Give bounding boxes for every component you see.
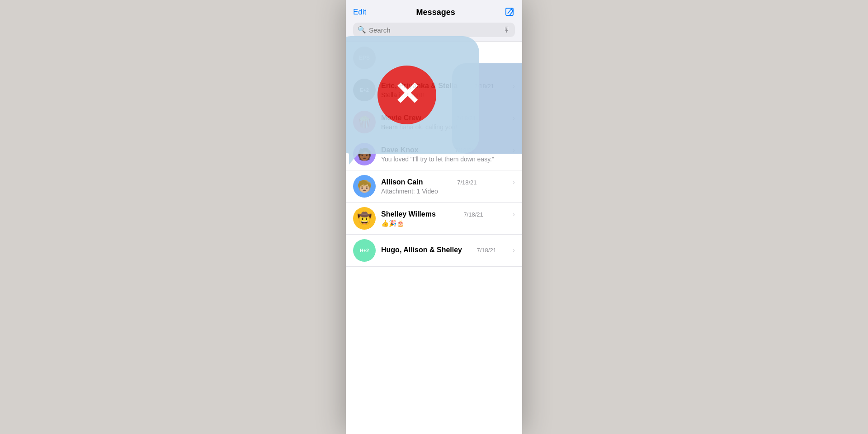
message-date: 7/18/21 xyxy=(455,147,474,154)
avatar: H+2 xyxy=(353,239,376,262)
avatar: E+2 xyxy=(353,79,376,101)
list-item[interactable]: E+2 Eric, Priyanka & Stella 7/18/21 › St… xyxy=(346,74,522,106)
message-top: Allison Cain 7/18/21 › xyxy=(381,178,515,186)
message-preview: Stella just sent! xyxy=(381,91,515,99)
phone-panel: Edit Messages 🔍 🎙 ✕ xyxy=(346,0,522,434)
contact-name: Movie Crew xyxy=(381,114,421,122)
contact-name: Shelley Willems xyxy=(381,210,436,218)
list-item[interactable]: 🍿 Movie Crew 7/18/21 › Beam haha ok, cal… xyxy=(346,106,522,138)
message-top: Shelley Willems 7/18/21 › xyxy=(381,210,515,218)
avatar: 🧑🏾 xyxy=(353,143,376,165)
edit-button[interactable]: Edit xyxy=(353,8,366,17)
preview-sender: Stella xyxy=(381,91,397,99)
avatar: 🍿 xyxy=(353,111,376,133)
message-preview: Attachment: 1 Video xyxy=(381,188,515,195)
message-content: Movie Crew 7/18/21 › Beam haha ok, calli… xyxy=(381,114,515,131)
contact-name: Eric, Priyanka & Stella xyxy=(381,82,458,90)
message-content: Allison Cain 7/18/21 › Attachment: 1 Vid… xyxy=(381,178,515,195)
page-title: Messages xyxy=(416,8,455,17)
compose-icon xyxy=(505,7,515,17)
message-date: 7/18/21 xyxy=(474,83,494,90)
chevron-right-icon: › xyxy=(513,146,515,154)
list-item[interactable]: 🧒🏼 Allison Cain 7/18/21 › Attachment: 1 … xyxy=(346,170,522,203)
microphone-icon: 🎙 xyxy=(503,26,510,34)
compose-button[interactable] xyxy=(505,7,515,17)
contact-name: Dave Knox xyxy=(381,146,419,154)
search-input[interactable] xyxy=(369,26,500,34)
list-item[interactable]: 🧑🏾 Dave Knox 7/18/21 › You loved "I'll t… xyxy=(346,138,522,170)
message-top: Movie Crew 7/18/21 › xyxy=(381,114,515,122)
message-date: 7/18/21 xyxy=(457,179,476,186)
list-item[interactable]: 🤠 Shelley Willems 7/18/21 › 👍🎉🎂 xyxy=(346,203,522,235)
message-preview: 👍🎉🎂 xyxy=(381,220,515,227)
message-top: Eric, Priyanka & Stella 7/18/21 › xyxy=(381,82,515,90)
contact-name: Allison Cain xyxy=(381,178,423,186)
message-preview: You loved "I'll try to let them down eas… xyxy=(381,156,515,163)
message-top: Dave Knox 7/18/21 › xyxy=(381,146,515,154)
list-item[interactable]: H+2 Hugo, Allison & Shelley 7/18/21 › xyxy=(346,235,522,267)
message-date: 7/18/21 xyxy=(476,247,496,254)
list-item[interactable]: EPS xyxy=(346,42,522,74)
message-list: EPS E+2 Eric, Priyanka & Stella 7/18/21 … xyxy=(346,42,522,267)
message-date: 7/18/21 xyxy=(463,211,483,218)
message-content xyxy=(381,57,515,59)
chevron-right-icon: › xyxy=(513,82,515,90)
chevron-right-icon: › xyxy=(513,211,515,218)
avatar: EPS xyxy=(353,47,376,69)
header-top: Edit Messages xyxy=(353,7,515,23)
preview-sender: Beam xyxy=(381,123,398,131)
search-bar: 🔍 🎙 xyxy=(353,23,515,37)
message-date: 7/18/21 xyxy=(456,115,476,122)
messages-header: Edit Messages 🔍 🎙 xyxy=(346,0,522,42)
search-icon: 🔍 xyxy=(358,26,366,34)
message-content: Eric, Priyanka & Stella 7/18/21 › Stella… xyxy=(381,82,515,99)
avatar: 🤠 xyxy=(353,207,376,230)
message-content: Shelley Willems 7/18/21 › 👍🎉🎂 xyxy=(381,210,515,227)
avatar: 🧒🏼 xyxy=(353,175,376,198)
chevron-right-icon: › xyxy=(513,246,515,254)
message-content: Hugo, Allison & Shelley 7/18/21 › xyxy=(381,246,515,255)
message-top: Hugo, Allison & Shelley 7/18/21 › xyxy=(381,246,515,254)
contact-name: Hugo, Allison & Shelley xyxy=(381,246,462,254)
chevron-right-icon: › xyxy=(513,114,515,122)
chevron-right-icon: › xyxy=(513,179,515,186)
message-content: Dave Knox 7/18/21 › You loved "I'll try … xyxy=(381,146,515,163)
message-preview: Beam haha ok, calling you! xyxy=(381,123,515,131)
